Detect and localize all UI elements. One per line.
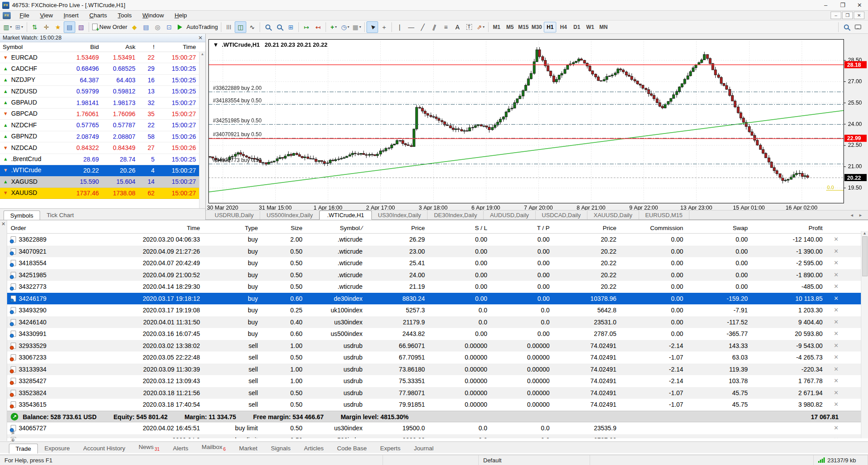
child-restore-button[interactable]: ❐: [842, 12, 853, 19]
periods-button[interactable]: ◷▾: [339, 21, 351, 33]
timeframe-button-h4[interactable]: H4: [557, 22, 570, 32]
terminal-toggle[interactable]: ▤: [64, 21, 75, 33]
terminal-tab-journal[interactable]: Journal: [407, 443, 440, 453]
timeframe-button-mn[interactable]: MN: [597, 22, 610, 32]
close-order-icon[interactable]: ✕: [828, 304, 844, 316]
chart-tab-audusddaily[interactable]: AUDUSD,Daily: [484, 211, 535, 219]
cursor-tool-button[interactable]: ▶: [367, 21, 378, 33]
close-order-icon[interactable]: ✕: [828, 316, 844, 328]
templates-button[interactable]: ▦▾: [351, 21, 363, 33]
menu-item-window[interactable]: Window: [137, 11, 169, 20]
menu-item-help[interactable]: Help: [169, 11, 192, 20]
terminal-tab-articles[interactable]: Articles: [297, 443, 330, 453]
order-row-33067233[interactable]: 330672332020.03.05 22:22:48sell0.50usdru…: [7, 352, 861, 364]
fibonacci-tool[interactable]: ≡: [440, 21, 452, 33]
price-chart-canvas[interactable]: [207, 38, 867, 210]
data-window-button[interactable]: ✛: [41, 21, 52, 33]
candlestick-mode-button[interactable]: ◫: [235, 21, 246, 33]
horizontal-line-tool[interactable]: —: [405, 21, 417, 33]
market-watch-toggle[interactable]: ⇅: [29, 21, 41, 33]
market-watch-tab-tick-chart[interactable]: Tick Chart: [40, 210, 81, 220]
order-row-34183554[interactable]: 341835542020.04.07 20:42:49buy0.50.wticr…: [7, 257, 861, 269]
terminal-tab-signals[interactable]: Signals: [264, 443, 297, 453]
scroll-up-icon[interactable]: ▲: [201, 52, 204, 56]
chart-tab-eurusdm15[interactable]: EURUSD,M15: [639, 211, 689, 219]
close-order-icon[interactable]: ✕: [828, 434, 844, 439]
chart-tab-xauusddaily[interactable]: XAUUSD,Daily: [587, 211, 639, 219]
optimization-button[interactable]: ◎: [152, 21, 163, 33]
close-order-icon[interactable]: ✕: [828, 246, 844, 258]
market-watch-row-nzdjpy[interactable]: ▲NZDJPY64.38764.4031615:00:25: [0, 75, 205, 86]
close-order-icon[interactable]: ✕: [828, 375, 844, 387]
chart-shift-button[interactable]: ↤: [312, 21, 324, 33]
order-row-34065727[interactable]: 340657272020.04.02 16:45:51buy limit0.50…: [7, 422, 861, 434]
profiles-button[interactable]: ⊞▾: [13, 21, 25, 33]
order-row-pending[interactable]: 2020.04.0buy limit0.50us500index2300.000…: [7, 434, 861, 439]
child-minimize-button[interactable]: –: [831, 12, 841, 19]
zoom-out-button[interactable]: [273, 21, 285, 33]
new-chart-button[interactable]: ▥▾: [2, 21, 13, 33]
status-profile[interactable]: Default: [479, 455, 590, 465]
close-order-icon[interactable]: ✕: [828, 281, 844, 293]
market-watch-row-eurcad[interactable]: ▼EURCAD1.534691.534912215:00:27: [0, 52, 205, 63]
market-watch-row-nzdcad[interactable]: ▼NZDCAD0.843220.843492715:00:26: [0, 142, 205, 154]
order-row-32933529[interactable]: 329335292020.03.02 13:38:02sell1.00usdru…: [7, 340, 861, 352]
auto-scroll-button[interactable]: ↦: [301, 21, 312, 33]
close-order-icon[interactable]: ✕: [828, 364, 844, 376]
trendline-tool[interactable]: ╱: [417, 21, 428, 33]
text-tool[interactable]: A: [452, 21, 463, 33]
close-order-icon[interactable]: ✕: [828, 387, 844, 399]
market-watch-row-xauusd[interactable]: ▼XAUUSD1737.461738.086215:00:27: [0, 188, 205, 199]
order-row-33523824[interactable]: 335238242020.03.18 11:21:56sell0.50usdru…: [7, 387, 861, 399]
chart-area[interactable]: [206, 34, 868, 210]
line-chart-mode-button[interactable]: ∿: [246, 21, 258, 33]
order-row-34246140[interactable]: 342461402020.04.01 11:31:50buy0.40us30in…: [7, 316, 861, 328]
child-close-button[interactable]: ✕: [854, 12, 864, 19]
bar-chart-mode-button[interactable]: |||: [223, 21, 235, 33]
market-watch-row-nzdusd[interactable]: ▲NZDUSD0.597990.598121315:00:25: [0, 86, 205, 97]
search-symbols-button[interactable]: [840, 21, 852, 33]
navigator-button[interactable]: ★: [52, 21, 64, 33]
channel-tool[interactable]: ∥: [428, 21, 440, 33]
menu-item-file[interactable]: File: [14, 11, 35, 20]
indicators-button[interactable]: +▾: [328, 21, 339, 33]
open-window-button[interactable]: ⊡: [163, 21, 175, 33]
terminal-tab-exposure[interactable]: Exposure: [38, 443, 77, 453]
market-watch-scrollbar[interactable]: ▲: [199, 52, 205, 220]
chart-tabs-scroll-right-icon[interactable]: ▸: [859, 212, 862, 218]
terminal-tab-alerts[interactable]: Alerts: [166, 443, 195, 453]
crosshair-tool-button[interactable]: ＋: [378, 21, 390, 33]
chart-tab-us30indexdaily[interactable]: US30Index,Daily: [372, 211, 428, 219]
chart-tab-us500indexdaily[interactable]: US500Index,Daily: [260, 211, 319, 219]
close-order-icon[interactable]: ✕: [828, 257, 844, 269]
market-watch-row-nzdchf[interactable]: ▲NZDCHF0.577650.577872215:00:27: [0, 120, 205, 131]
terminal-scrollbar[interactable]: ▲: [861, 231, 868, 438]
timeframe-button-m5[interactable]: M5: [504, 22, 516, 32]
market-watch-row-brentcrud[interactable]: ▲.BrentCrud28.6928.74515:00:25: [0, 154, 205, 165]
market-watch-close-icon[interactable]: ✕: [198, 35, 203, 41]
menu-item-charts[interactable]: Charts: [84, 11, 113, 20]
chart-tab-de30indexdaily[interactable]: DE30Index,Daily: [428, 211, 484, 219]
close-order-icon[interactable]: ✕: [828, 340, 844, 352]
close-order-icon[interactable]: ✕: [828, 234, 844, 246]
terminal-tab-trade[interactable]: Trade: [9, 444, 38, 453]
order-row-34246179[interactable]: 342461792020.03.17 19:18:12buy0.60de30in…: [7, 293, 861, 305]
chart-window-icon[interactable]: FX: [3, 12, 11, 19]
market-watch-row-wticrude[interactable]: ▼.WTICrude20.2220.26415:00:27: [0, 165, 205, 176]
order-row-33285427[interactable]: 332854272020.03.12 13:09:43sell1.00usdru…: [7, 375, 861, 387]
timeframe-button-d1[interactable]: D1: [571, 22, 583, 32]
menu-item-tools[interactable]: Tools: [112, 11, 137, 20]
community-chat-button[interactable]: [852, 21, 864, 33]
close-order-icon[interactable]: ✕: [828, 352, 844, 364]
timeframe-button-w1[interactable]: W1: [584, 22, 596, 32]
close-order-icon[interactable]: ✕: [828, 293, 844, 305]
arrows-tool[interactable]: ⇗▾: [475, 21, 486, 33]
order-row-33133934[interactable]: 331339342020.03.09 11:30:39sell1.00usdru…: [7, 364, 861, 376]
menu-item-view[interactable]: View: [35, 11, 58, 20]
chart-tabs-scroll-left-icon[interactable]: ◂: [851, 212, 853, 218]
timeframe-button-m30[interactable]: M30: [530, 22, 543, 32]
terminal-tab-market[interactable]: Market: [232, 443, 264, 453]
close-order-icon[interactable]: ✕: [828, 269, 844, 281]
close-order-icon[interactable]: ✕: [828, 328, 844, 340]
new-order-button[interactable]: New Order: [91, 21, 129, 33]
